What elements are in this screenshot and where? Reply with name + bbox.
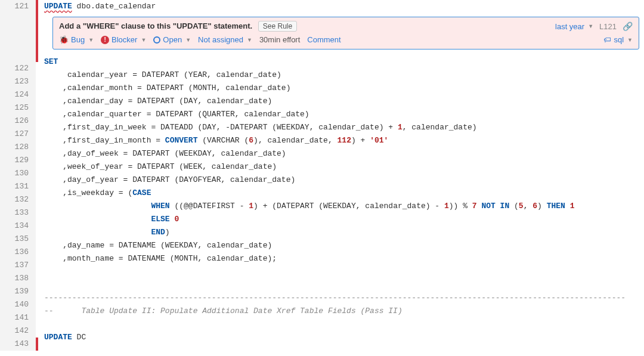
code-line — [44, 265, 644, 278]
line-number: 132 — [0, 193, 36, 206]
issue-tag-dropdown[interactable]: 🏷sql▼ — [603, 35, 633, 44]
code-line: END) — [44, 226, 644, 239]
line-number: 136 — [0, 246, 36, 259]
line-number-gutter: 121 122 123 124 125 126 127 128 129 130 … — [0, 0, 36, 351]
line-number: 141 — [0, 311, 36, 324]
chevron-down-icon: ▼ — [247, 37, 252, 43]
issue-marker[interactable] — [36, 338, 38, 351]
line-number: 126 — [0, 114, 36, 128]
code-line: ,calendar_quarter = DATEPART (QUARTER, c… — [44, 108, 644, 121]
line-number: 131 — [0, 180, 36, 193]
issue-box[interactable]: Add a "WHERE" clause to this "UPDATE" st… — [52, 17, 639, 49]
code-line: WHEN ((@@DATEFIRST - 1) + (DATEPART (WEE… — [44, 200, 644, 213]
bug-icon: 🐞 — [59, 35, 69, 44]
code-line: ,calendar_month = DATEPART (MONTH, calen… — [44, 82, 644, 95]
code-line: ,month_name = DATENAME (MONTH, calendar_… — [44, 252, 644, 265]
chevron-down-icon: ▼ — [141, 37, 146, 43]
code-line: ,first_day_in_week = DATEADD (DAY, -DATE… — [44, 121, 644, 134]
code-line: ,day_name = DATENAME (WEEKDAY, calendar_… — [44, 239, 644, 252]
line-number: 138 — [0, 272, 36, 285]
issue-location: L121 — [599, 22, 617, 31]
code-area: UPDATE dbo.date_calendar Add a "WHERE" c… — [36, 0, 644, 351]
code-line: ,day_of_year = DATEPART (DAYOFYEAR, cale… — [44, 174, 644, 187]
code-line-comment: ----------------------------------------… — [44, 292, 644, 305]
line-number: 122 — [0, 62, 36, 75]
code-line: UPDATE DC — [44, 331, 644, 344]
line-number: 125 — [0, 101, 36, 114]
code-line: ,is_weekday = (CASE — [44, 187, 644, 200]
issue-status-dropdown[interactable]: Open▼ — [153, 35, 191, 44]
issue-age-dropdown[interactable]: last year▼ — [555, 22, 593, 31]
see-rule-button[interactable]: See Rule — [258, 21, 297, 32]
line-number: 143 — [0, 338, 36, 351]
code-line: ELSE 0 — [44, 213, 644, 226]
issue-type-dropdown[interactable]: 🐞Bug▼ — [59, 35, 94, 44]
issue-title: Add a "WHERE" clause to this "UPDATE" st… — [59, 21, 252, 30]
code-line: ,day_of_week = DATEPART (WEEKDAY, calend… — [44, 147, 644, 160]
code-line — [44, 318, 644, 331]
line-number: 137 — [0, 259, 36, 272]
line-number: 128 — [0, 141, 36, 154]
line-number: 140 — [0, 298, 36, 311]
issue-assignee-dropdown[interactable]: Not assigned▼ — [198, 35, 252, 44]
code-line — [44, 278, 644, 292]
code-line: ,calendar_day = DATEPART (DAY, calendar_… — [44, 95, 644, 108]
chevron-down-icon: ▼ — [185, 37, 191, 43]
line-number: 133 — [0, 206, 36, 219]
marker-column — [36, 0, 43, 351]
line-number: 129 — [0, 154, 36, 167]
line-number: 139 — [0, 285, 36, 298]
line-number: 123 — [0, 75, 36, 88]
line-number: 135 — [0, 233, 36, 246]
code-line: ,first_day_in_month = CONVERT (VARCHAR (… — [44, 134, 644, 147]
open-status-icon — [153, 36, 160, 44]
code-line-comment: -- Table Update II: Populate Additional … — [44, 305, 644, 318]
issue-marker[interactable] — [36, 0, 38, 62]
line-number: 121 — [0, 0, 36, 62]
line-number: 130 — [0, 167, 36, 180]
code-line: ,week_of_year = DATEPART (WEEK, calendar… — [44, 160, 644, 174]
line-number: 124 — [0, 88, 36, 101]
issue-effort: 30min effort — [259, 35, 300, 44]
line-number: 127 — [0, 128, 36, 141]
chevron-down-icon: ▼ — [88, 37, 94, 43]
line-number: 142 — [0, 324, 36, 338]
blocker-icon: ! — [101, 36, 109, 44]
chevron-down-icon: ▼ — [627, 37, 633, 43]
tag-icon: 🏷 — [603, 35, 611, 44]
code-line: SET — [44, 55, 644, 69]
keyword-update: UPDATE — [44, 2, 72, 11]
code-line: UPDATE dbo.date_calendar — [44, 0, 644, 13]
code-line: calendar_year = DATEPART (YEAR, calendar… — [44, 69, 644, 82]
line-number: 134 — [0, 219, 36, 233]
chevron-down-icon: ▼ — [588, 23, 593, 29]
permalink-icon[interactable]: 🔗 — [623, 21, 633, 31]
issue-comment-link[interactable]: Comment — [307, 35, 340, 44]
issue-severity-dropdown[interactable]: !Blocker▼ — [101, 35, 146, 44]
